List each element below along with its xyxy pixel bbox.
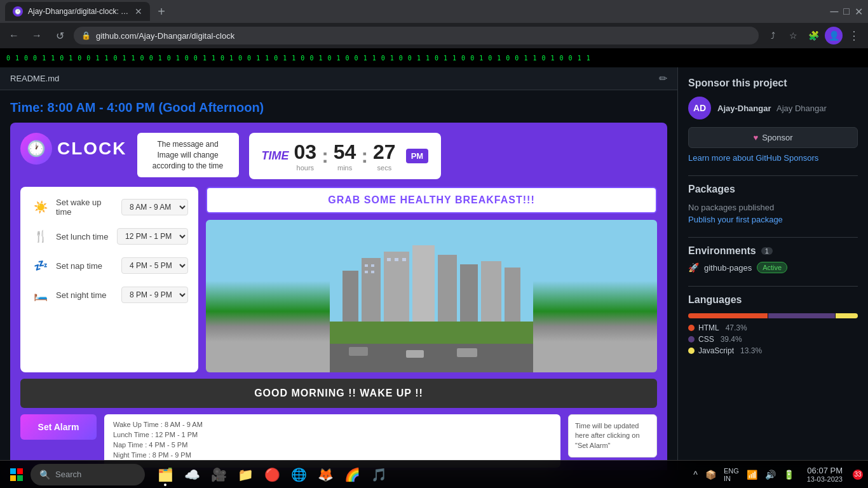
set-alarm-button[interactable]: Set Alarm [20, 414, 97, 440]
svg-rect-11 [371, 264, 374, 267]
taskbar: 🔍 Search 🗂️ ☁️ 🎥 📁 🔴 🌐 🦊 🌈 🎵 ^ 📦 ENGIN 📶… [0, 460, 868, 488]
wake-up-select[interactable]: 8 AM - 9 AM [121, 199, 188, 215]
edit-icon[interactable]: ✏ [659, 72, 667, 85]
wake-up-info: Wake Up Time : 8 AM - 9 AM [113, 421, 552, 428]
env-count: 1 [761, 247, 773, 255]
hours-col: 03 hours [294, 140, 317, 172]
notification-badge[interactable]: 33 [853, 470, 863, 480]
dropbox-icon[interactable]: 📦 [703, 468, 719, 481]
svg-rect-3 [362, 258, 381, 322]
clock-message-box: The message and Image will change accord… [137, 133, 239, 177]
taskbar-clock[interactable]: 06:07 PM 13-03-2023 [802, 464, 848, 484]
share-button[interactable]: ⤴ [764, 27, 782, 44]
env-rocket-icon: 🚀 [688, 262, 699, 273]
heart-icon: ♥ [753, 133, 758, 142]
matrix-header: 0 1 0 0 1 1 0 1 0 0 1 1 0 1 1 0 0 1 0 1 … [0, 48, 868, 67]
address-bar[interactable]: 🔒 github.com/Ajay-Dhangar/digital-clock [74, 27, 759, 44]
lunch-select[interactable]: 12 PM - 1 PM [117, 228, 188, 245]
lang-label: ENGIN [721, 466, 742, 484]
secs-col: 27 secs [373, 140, 396, 172]
reload-button[interactable]: ↺ [51, 27, 69, 44]
back-button[interactable]: ← [5, 27, 23, 44]
sponsor-button[interactable]: ♥ Sponsor [688, 127, 858, 148]
svg-rect-14 [387, 258, 391, 261]
js-label: JavaScript [698, 346, 734, 355]
secs-value: 27 [373, 140, 396, 164]
clock-main: ☀️ Set wake up time 8 AM - 9 AM 🍴 Set lu… [20, 187, 657, 372]
html-lang-item: HTML 47.3% [688, 323, 858, 332]
taskbar-right: ^ 📦 ENGIN 📶 🔊 🔋 06:07 PM 13-03-2023 33 [691, 464, 863, 484]
taskbar-app-files[interactable]: 🗂️ [153, 462, 178, 487]
time-header: Time: 8:00 AM - 4:00 PM (Good Afternoon) [10, 100, 667, 115]
night-select[interactable]: 8 PM - 9 PM [121, 287, 188, 303]
close-button[interactable]: ✕ [855, 6, 863, 18]
taskbar-app-meet[interactable]: 🎥 [206, 462, 231, 487]
secs-unit: secs [377, 164, 392, 172]
taskbar-app-music[interactable]: 🎵 [366, 462, 391, 487]
svg-rect-7 [460, 264, 478, 322]
maximize-button[interactable]: □ [843, 6, 850, 17]
battery-icon[interactable]: 🔋 [781, 468, 797, 481]
browser-chrome: 🕐 Ajay-Dhangar/digital-clock: Digi... ✕ … [0, 0, 868, 48]
svg-rect-4 [384, 252, 409, 322]
css-pct: 39.4% [721, 335, 742, 344]
night-label: Set night time [56, 290, 116, 300]
packages-no-info: No packages published [688, 203, 858, 212]
win-sq3 [10, 475, 16, 481]
wifi-icon[interactable]: 📶 [744, 468, 760, 481]
clock-name: CLOCK [57, 139, 127, 159]
bookmark-button[interactable]: ☆ [784, 27, 802, 44]
extensions-button[interactable]: 🧩 [804, 27, 822, 44]
settings-panel: ☀️ Set wake up time 8 AM - 9 AM 🍴 Set lu… [20, 187, 198, 372]
sponsor-avatar: AD [688, 97, 711, 119]
svg-rect-16 [402, 258, 406, 261]
taskbar-app-firefox[interactable]: 🦊 [313, 462, 338, 487]
taskbar-app-color[interactable]: 🌈 [339, 462, 365, 487]
nap-info: Nap Time : 4 PM - 5 PM [113, 441, 552, 449]
readme-header: README.md ✏ [0, 67, 677, 90]
language-legend: HTML 47.3% CSS 39.4% JavaScript 13.3% [688, 323, 858, 355]
minimize-button[interactable]: ─ [831, 5, 839, 18]
languages-section: Languages HTML 47.3% CSS 39.4% [688, 294, 858, 355]
css-label: CSS [698, 335, 714, 344]
security-icon: 🔒 [81, 31, 91, 40]
mins-col: 54 mins [334, 140, 356, 172]
profile-button[interactable]: 👤 [825, 27, 843, 44]
svg-rect-10 [365, 264, 368, 267]
readme-content: Time: 8:00 AM - 4:00 PM (Good Afternoon)… [0, 90, 677, 470]
volume-icon[interactable]: 🔊 [763, 468, 778, 481]
windows-icon [10, 468, 23, 481]
url-text: github.com/Ajay-Dhangar/digital-clock [96, 31, 751, 41]
taskbar-app-folder[interactable]: 📁 [233, 462, 258, 487]
clock-top-row: 🕐 CLOCK The message and Image will chang… [20, 133, 657, 179]
taskbar-app-cloud[interactable]: ☁️ [179, 462, 205, 487]
nav-actions: ⤴ ☆ 🧩 👤 ⋮ [764, 27, 863, 44]
html-label: HTML [698, 323, 719, 332]
taskbar-search[interactable]: 🔍 Search [31, 464, 145, 485]
environments-title: Environments [688, 245, 756, 257]
start-button[interactable] [5, 463, 28, 486]
active-tab[interactable]: 🕐 Ajay-Dhangar/digital-clock: Digi... ✕ [5, 2, 150, 21]
time-display: TIME 03 hours : 54 mins : 27 [249, 133, 442, 179]
new-tab-button[interactable]: + [153, 3, 170, 20]
night-info: Night Time : 8 PM - 9 PM [113, 451, 552, 459]
expand-icon[interactable]: ^ [691, 468, 700, 481]
wake-up-label: Set wake up time [56, 198, 116, 217]
tab-title: Ajay-Dhangar/digital-clock: Digi... [28, 7, 130, 16]
taskbar-app-red[interactable]: 🔴 [259, 462, 285, 487]
taskbar-app-browser[interactable]: 🌐 [286, 462, 311, 487]
svg-rect-18 [349, 347, 368, 356]
menu-button[interactable]: ⋮ [845, 27, 863, 44]
packages-link[interactable]: Publish your first package [688, 215, 858, 224]
sep2: : [361, 144, 368, 168]
sponsor-link[interactable]: Learn more about GitHub Sponsors [688, 153, 858, 163]
js-dot [688, 348, 695, 354]
env-name[interactable]: github-pages [704, 263, 752, 273]
close-tab-button[interactable]: ✕ [135, 6, 142, 17]
environments-section: Environments 1 🚀 github-pages Active [688, 245, 858, 273]
nap-select[interactable]: 4 PM - 5 PM [121, 257, 188, 274]
sponsor-username: Ajay-Dhangar [717, 104, 771, 113]
svg-rect-9 [505, 268, 520, 322]
forward-button[interactable]: → [28, 27, 46, 44]
language-bar [688, 313, 858, 318]
